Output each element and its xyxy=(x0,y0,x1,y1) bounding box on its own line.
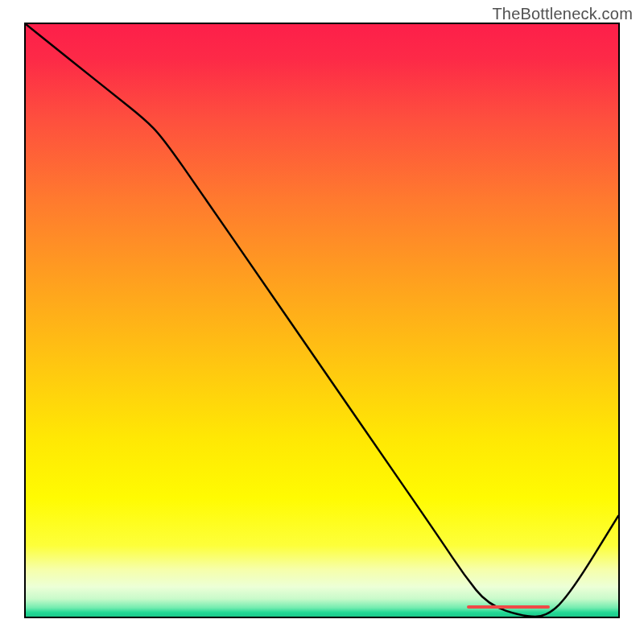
chart-frame xyxy=(24,23,620,618)
watermark-text: TheBottleneck.com xyxy=(492,5,633,23)
plateau-marker xyxy=(467,605,551,609)
bottleneck-curve xyxy=(26,24,618,617)
chart-svg xyxy=(26,24,618,617)
